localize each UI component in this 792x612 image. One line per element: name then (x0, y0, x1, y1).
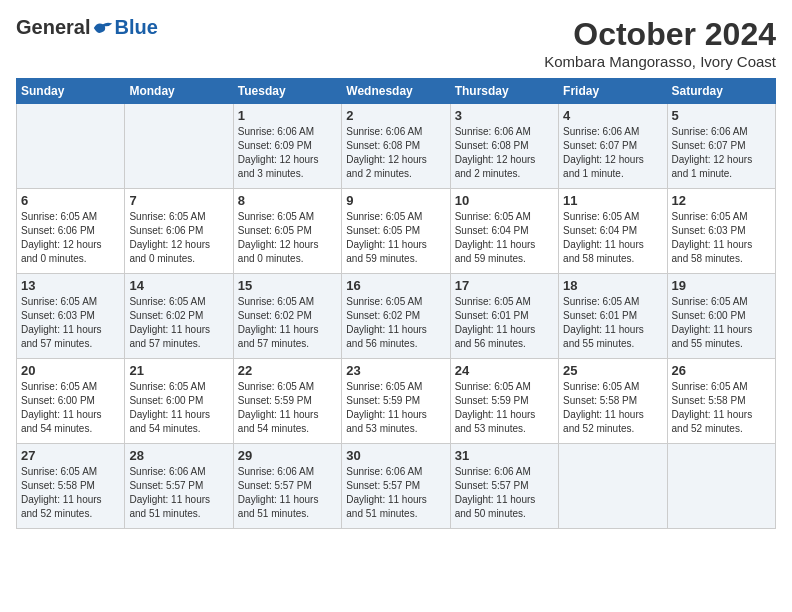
calendar-cell: 12Sunrise: 6:05 AM Sunset: 6:03 PM Dayli… (667, 189, 775, 274)
calendar-cell: 30Sunrise: 6:06 AM Sunset: 5:57 PM Dayli… (342, 444, 450, 529)
day-number: 14 (129, 278, 228, 293)
day-detail: Sunrise: 6:05 AM Sunset: 6:05 PM Dayligh… (346, 210, 445, 266)
calendar-cell: 11Sunrise: 6:05 AM Sunset: 6:04 PM Dayli… (559, 189, 667, 274)
calendar-cell: 28Sunrise: 6:06 AM Sunset: 5:57 PM Dayli… (125, 444, 233, 529)
day-detail: Sunrise: 6:06 AM Sunset: 6:08 PM Dayligh… (346, 125, 445, 181)
weekday-header: Sunday (17, 79, 125, 104)
day-detail: Sunrise: 6:06 AM Sunset: 5:57 PM Dayligh… (455, 465, 554, 521)
day-detail: Sunrise: 6:06 AM Sunset: 5:57 PM Dayligh… (238, 465, 337, 521)
day-number: 23 (346, 363, 445, 378)
calendar-cell: 9Sunrise: 6:05 AM Sunset: 6:05 PM Daylig… (342, 189, 450, 274)
calendar-cell: 10Sunrise: 6:05 AM Sunset: 6:04 PM Dayli… (450, 189, 558, 274)
day-number: 4 (563, 108, 662, 123)
day-detail: Sunrise: 6:06 AM Sunset: 5:57 PM Dayligh… (346, 465, 445, 521)
day-detail: Sunrise: 6:05 AM Sunset: 6:01 PM Dayligh… (455, 295, 554, 351)
weekday-header: Friday (559, 79, 667, 104)
calendar-week-row: 6Sunrise: 6:05 AM Sunset: 6:06 PM Daylig… (17, 189, 776, 274)
day-detail: Sunrise: 6:05 AM Sunset: 6:00 PM Dayligh… (129, 380, 228, 436)
day-number: 17 (455, 278, 554, 293)
day-detail: Sunrise: 6:05 AM Sunset: 5:58 PM Dayligh… (563, 380, 662, 436)
day-number: 2 (346, 108, 445, 123)
day-detail: Sunrise: 6:05 AM Sunset: 6:02 PM Dayligh… (129, 295, 228, 351)
day-detail: Sunrise: 6:05 AM Sunset: 6:00 PM Dayligh… (21, 380, 120, 436)
day-number: 20 (21, 363, 120, 378)
location-title: Kombara Mangorasso, Ivory Coast (544, 53, 776, 70)
day-detail: Sunrise: 6:05 AM Sunset: 6:04 PM Dayligh… (455, 210, 554, 266)
calendar-cell: 7Sunrise: 6:05 AM Sunset: 6:06 PM Daylig… (125, 189, 233, 274)
weekday-header: Tuesday (233, 79, 341, 104)
day-detail: Sunrise: 6:05 AM Sunset: 5:59 PM Dayligh… (238, 380, 337, 436)
logo: General Blue (16, 16, 158, 39)
day-detail: Sunrise: 6:05 AM Sunset: 6:04 PM Dayligh… (563, 210, 662, 266)
calendar-cell: 26Sunrise: 6:05 AM Sunset: 5:58 PM Dayli… (667, 359, 775, 444)
day-number: 11 (563, 193, 662, 208)
calendar-cell (125, 104, 233, 189)
day-number: 9 (346, 193, 445, 208)
day-number: 6 (21, 193, 120, 208)
calendar-cell: 6Sunrise: 6:05 AM Sunset: 6:06 PM Daylig… (17, 189, 125, 274)
day-detail: Sunrise: 6:05 AM Sunset: 6:06 PM Dayligh… (129, 210, 228, 266)
day-number: 25 (563, 363, 662, 378)
calendar-week-row: 20Sunrise: 6:05 AM Sunset: 6:00 PM Dayli… (17, 359, 776, 444)
calendar-week-row: 1Sunrise: 6:06 AM Sunset: 6:09 PM Daylig… (17, 104, 776, 189)
day-number: 29 (238, 448, 337, 463)
day-detail: Sunrise: 6:05 AM Sunset: 6:01 PM Dayligh… (563, 295, 662, 351)
day-detail: Sunrise: 6:06 AM Sunset: 6:07 PM Dayligh… (672, 125, 771, 181)
calendar-cell: 1Sunrise: 6:06 AM Sunset: 6:09 PM Daylig… (233, 104, 341, 189)
day-number: 7 (129, 193, 228, 208)
calendar-cell: 25Sunrise: 6:05 AM Sunset: 5:58 PM Dayli… (559, 359, 667, 444)
calendar-cell: 21Sunrise: 6:05 AM Sunset: 6:00 PM Dayli… (125, 359, 233, 444)
logo-general-text: General (16, 16, 90, 39)
logo-blue-text: Blue (114, 16, 157, 39)
day-number: 12 (672, 193, 771, 208)
day-number: 19 (672, 278, 771, 293)
calendar-cell: 14Sunrise: 6:05 AM Sunset: 6:02 PM Dayli… (125, 274, 233, 359)
calendar-cell (559, 444, 667, 529)
calendar-cell (667, 444, 775, 529)
weekday-header: Saturday (667, 79, 775, 104)
day-detail: Sunrise: 6:06 AM Sunset: 6:09 PM Dayligh… (238, 125, 337, 181)
calendar-cell: 19Sunrise: 6:05 AM Sunset: 6:00 PM Dayli… (667, 274, 775, 359)
calendar-cell: 4Sunrise: 6:06 AM Sunset: 6:07 PM Daylig… (559, 104, 667, 189)
day-detail: Sunrise: 6:06 AM Sunset: 5:57 PM Dayligh… (129, 465, 228, 521)
calendar-cell: 31Sunrise: 6:06 AM Sunset: 5:57 PM Dayli… (450, 444, 558, 529)
calendar-cell: 17Sunrise: 6:05 AM Sunset: 6:01 PM Dayli… (450, 274, 558, 359)
weekday-header: Thursday (450, 79, 558, 104)
day-number: 15 (238, 278, 337, 293)
day-detail: Sunrise: 6:05 AM Sunset: 5:58 PM Dayligh… (21, 465, 120, 521)
day-number: 13 (21, 278, 120, 293)
weekday-header: Monday (125, 79, 233, 104)
day-detail: Sunrise: 6:05 AM Sunset: 6:02 PM Dayligh… (346, 295, 445, 351)
calendar-cell: 15Sunrise: 6:05 AM Sunset: 6:02 PM Dayli… (233, 274, 341, 359)
calendar-cell: 27Sunrise: 6:05 AM Sunset: 5:58 PM Dayli… (17, 444, 125, 529)
day-detail: Sunrise: 6:05 AM Sunset: 6:03 PM Dayligh… (21, 295, 120, 351)
calendar-table: SundayMondayTuesdayWednesdayThursdayFrid… (16, 78, 776, 529)
day-number: 1 (238, 108, 337, 123)
calendar-cell: 29Sunrise: 6:06 AM Sunset: 5:57 PM Dayli… (233, 444, 341, 529)
day-detail: Sunrise: 6:05 AM Sunset: 5:58 PM Dayligh… (672, 380, 771, 436)
day-detail: Sunrise: 6:05 AM Sunset: 6:06 PM Dayligh… (21, 210, 120, 266)
day-detail: Sunrise: 6:05 AM Sunset: 6:05 PM Dayligh… (238, 210, 337, 266)
day-number: 21 (129, 363, 228, 378)
calendar-cell: 20Sunrise: 6:05 AM Sunset: 6:00 PM Dayli… (17, 359, 125, 444)
title-section: October 2024 Kombara Mangorasso, Ivory C… (544, 16, 776, 70)
calendar-cell: 2Sunrise: 6:06 AM Sunset: 6:08 PM Daylig… (342, 104, 450, 189)
day-detail: Sunrise: 6:05 AM Sunset: 6:00 PM Dayligh… (672, 295, 771, 351)
day-detail: Sunrise: 6:05 AM Sunset: 6:02 PM Dayligh… (238, 295, 337, 351)
calendar-week-row: 13Sunrise: 6:05 AM Sunset: 6:03 PM Dayli… (17, 274, 776, 359)
day-number: 24 (455, 363, 554, 378)
calendar-cell: 22Sunrise: 6:05 AM Sunset: 5:59 PM Dayli… (233, 359, 341, 444)
calendar-week-row: 27Sunrise: 6:05 AM Sunset: 5:58 PM Dayli… (17, 444, 776, 529)
day-number: 8 (238, 193, 337, 208)
day-number: 5 (672, 108, 771, 123)
calendar-cell: 3Sunrise: 6:06 AM Sunset: 6:08 PM Daylig… (450, 104, 558, 189)
calendar-cell (17, 104, 125, 189)
day-detail: Sunrise: 6:05 AM Sunset: 5:59 PM Dayligh… (346, 380, 445, 436)
calendar-cell: 23Sunrise: 6:05 AM Sunset: 5:59 PM Dayli… (342, 359, 450, 444)
calendar-cell: 5Sunrise: 6:06 AM Sunset: 6:07 PM Daylig… (667, 104, 775, 189)
day-number: 16 (346, 278, 445, 293)
calendar-cell: 16Sunrise: 6:05 AM Sunset: 6:02 PM Dayli… (342, 274, 450, 359)
calendar-cell: 13Sunrise: 6:05 AM Sunset: 6:03 PM Dayli… (17, 274, 125, 359)
day-number: 31 (455, 448, 554, 463)
month-title: October 2024 (544, 16, 776, 53)
